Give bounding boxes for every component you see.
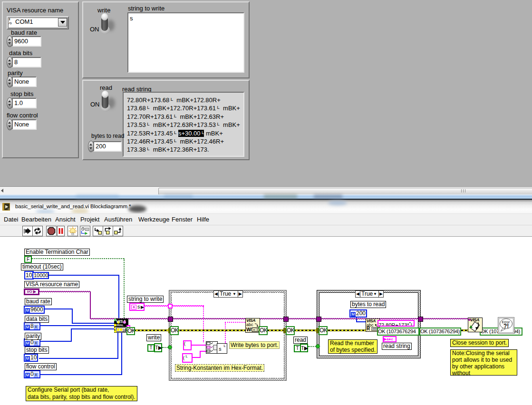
- svg-text:?!: ?!: [503, 323, 509, 329]
- svg-text:∞: ∞: [253, 328, 255, 331]
